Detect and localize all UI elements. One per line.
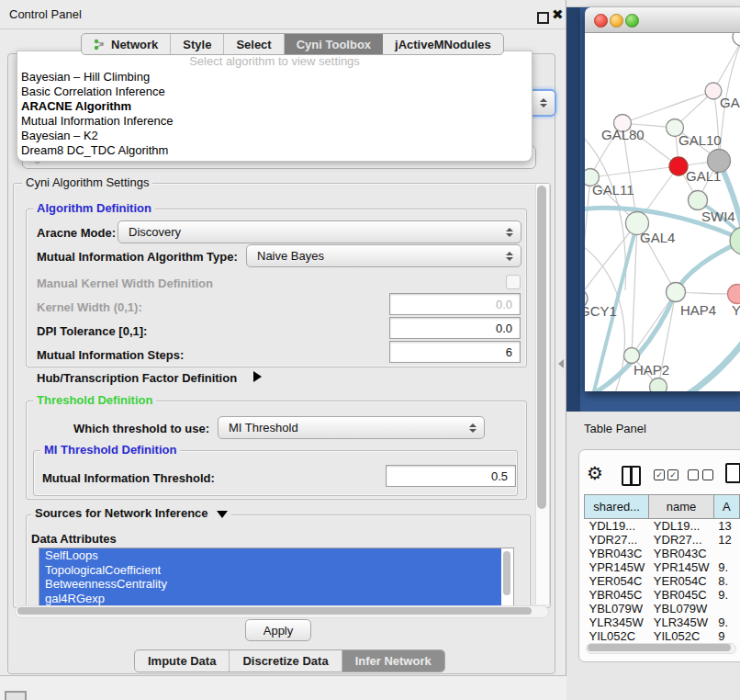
tab-discretize-data[interactable]: Discretize Data — [230, 650, 342, 672]
mi-steps-field[interactable]: 6 — [389, 341, 521, 363]
node-gal1[interactable] — [689, 191, 708, 210]
cell[interactable]: YDL19... — [585, 519, 649, 534]
gear-icon[interactable]: ⚙ — [587, 462, 603, 484]
tab-jactivemnodules[interactable]: jActiveMNodules — [383, 34, 503, 54]
float-window-icon[interactable] — [537, 12, 549, 24]
column-header[interactable]: shared... — [585, 495, 649, 519]
list-item-selected[interactable]: BetweennessCentrality — [39, 577, 501, 592]
cell[interactable]: YLR345W — [585, 615, 649, 629]
node-hap4[interactable] — [667, 283, 686, 302]
expand-arrow-icon[interactable] — [253, 371, 262, 382]
cell[interactable]: 12 — [713, 533, 739, 547]
cell[interactable] — [713, 602, 739, 615]
data-attributes-listbox[interactable]: SelfLoops TopologicalCoefficient Between… — [39, 548, 514, 606]
settings-hscrollbar-thumb[interactable] — [17, 607, 532, 615]
table-row[interactable]: YBR045C YBR045C 9. — [585, 588, 740, 602]
listbox-scrollbar[interactable] — [503, 551, 510, 595]
table-hscrollbar-thumb[interactable] — [588, 644, 731, 651]
cell[interactable]: YPR145W — [649, 560, 713, 574]
apply-button[interactable]: Apply — [245, 619, 311, 641]
node-swi4[interactable] — [730, 227, 740, 254]
algorithm-option[interactable]: Bayesian – K2 — [17, 129, 532, 143]
mi-type-combo[interactable]: Naive Bayes — [246, 244, 521, 267]
cell[interactable]: 9. — [713, 560, 739, 574]
cell[interactable]: YPR145W — [585, 560, 649, 574]
algorithm-option[interactable]: Dream8 DC_TDC Algorithm — [17, 143, 532, 158]
cell[interactable]: YIL052C — [585, 629, 649, 643]
table-row[interactable]: YER054C YER054C 8. — [585, 574, 740, 588]
cell[interactable]: YIL052C — [649, 629, 713, 643]
combo-stepper-icon — [469, 423, 477, 433]
tab-cyni-toolbox[interactable]: Cyni Toolbox — [285, 34, 383, 54]
node-hap2[interactable] — [624, 348, 640, 364]
list-item-selected[interactable]: TopologicalCoefficient — [39, 563, 501, 578]
columns-icon[interactable] — [622, 466, 641, 486]
list-item-selected[interactable]: SelfLoops — [39, 548, 501, 563]
close-traffic-light-icon[interactable] — [594, 14, 608, 28]
minimize-traffic-light-icon[interactable] — [610, 14, 623, 28]
mi-threshold-field[interactable]: 0.5 — [386, 465, 516, 487]
splitpane-collapse-icon[interactable] — [558, 359, 564, 368]
cell[interactable] — [713, 547, 739, 560]
table-row[interactable]: YDL19... YDL19... 13 — [585, 519, 740, 534]
zoom-traffic-light-icon[interactable] — [625, 14, 639, 28]
table-row[interactable]: YIL052C YIL052C 9 — [585, 629, 740, 643]
column-header[interactable]: name — [649, 495, 713, 519]
combo-stepper-icon — [506, 252, 513, 261]
cell[interactable]: YBL079W — [585, 602, 649, 615]
cell[interactable]: 9. — [713, 588, 739, 602]
cell[interactable]: YBR043C — [585, 547, 649, 560]
algorithm-option-selected[interactable]: ARACNE Algorithm — [17, 99, 532, 114]
cell[interactable]: YDR27... — [649, 533, 713, 547]
cell[interactable]: YBR045C — [585, 588, 649, 602]
algorithm-option[interactable]: Basic Correlation Inference — [17, 85, 532, 99]
tab-impute-data[interactable]: Impute Data — [135, 650, 230, 672]
cell[interactable]: YBR043C — [649, 547, 713, 560]
table-row[interactable]: YDR27... YDR27... 12 — [585, 533, 740, 547]
sources-title[interactable]: Sources for Network Inference — [31, 507, 231, 520]
document-icon[interactable] — [725, 463, 740, 483]
cell[interactable]: 9. — [713, 615, 739, 629]
column-header[interactable]: A — [713, 495, 739, 519]
kernel-width-field[interactable]: 0.0 — [389, 293, 521, 315]
tab-select[interactable]: Select — [224, 34, 284, 54]
manual-kernel-checkbox[interactable] — [506, 275, 521, 289]
tab-network[interactable]: Network — [82, 34, 171, 54]
list-item-selected[interactable]: gal4RGexp — [39, 592, 501, 606]
cell[interactable]: YBR045C — [649, 588, 713, 602]
aracne-mode-combo[interactable]: Discovery — [118, 220, 521, 243]
cell[interactable]: YLR345W — [649, 615, 713, 629]
dpi-tolerance-field[interactable]: 0.0 — [389, 317, 521, 339]
node-pink[interactable] — [728, 285, 740, 304]
select-all-checks-icon[interactable]: ✓✓ — [654, 469, 678, 480]
table-row[interactable]: YPR145W YPR145W 9. — [585, 560, 740, 574]
network-window[interactable]: GAL GAL80 GAL10 GAL1 GAL11 SWI4 GAL4 GCY… — [585, 7, 740, 391]
tab-infer-network[interactable]: Infer Network — [342, 650, 444, 672]
close-icon[interactable]: ✖ — [552, 6, 564, 23]
node[interactable] — [733, 33, 740, 46]
algorithm-option[interactable]: Bayesian – Hill Climbing — [17, 70, 532, 85]
cell[interactable]: YER054C — [649, 574, 713, 588]
network-window-titlebar[interactable] — [585, 7, 740, 33]
control-panel: Control Panel ✖ Network Style Select Cyn… — [0, 0, 566, 676]
cell[interactable]: YER054C — [585, 574, 649, 588]
table-row[interactable]: YBR043C YBR043C — [585, 547, 740, 560]
algorithm-option[interactable]: Mutual Information Inference — [17, 114, 532, 129]
settings-scrollbar-thumb[interactable] — [537, 186, 546, 509]
tab-style-label: Style — [183, 38, 211, 51]
deselect-all-checks-icon[interactable] — [688, 469, 713, 480]
node-red-selected[interactable] — [669, 157, 688, 175]
which-threshold-combo[interactable]: MI Threshold — [218, 416, 485, 439]
tab-style[interactable]: Style — [171, 34, 224, 54]
node[interactable] — [650, 378, 667, 392]
cell[interactable]: YBL079W — [649, 602, 713, 615]
dock-panel-icon[interactable] — [5, 691, 27, 700]
cell[interactable]: 13 — [713, 519, 739, 534]
cell[interactable]: 9 — [713, 629, 739, 643]
table-row[interactable]: YBL079W YBL079W — [585, 602, 740, 615]
cell[interactable]: YDL19... — [649, 519, 713, 534]
network-canvas[interactable]: GAL GAL80 GAL10 GAL1 GAL11 SWI4 GAL4 GCY… — [585, 33, 740, 391]
table-row[interactable]: YLR345W YLR345W 9. — [585, 615, 740, 629]
cell[interactable]: YDR27... — [585, 533, 649, 547]
cell[interactable]: 8. — [713, 574, 739, 588]
